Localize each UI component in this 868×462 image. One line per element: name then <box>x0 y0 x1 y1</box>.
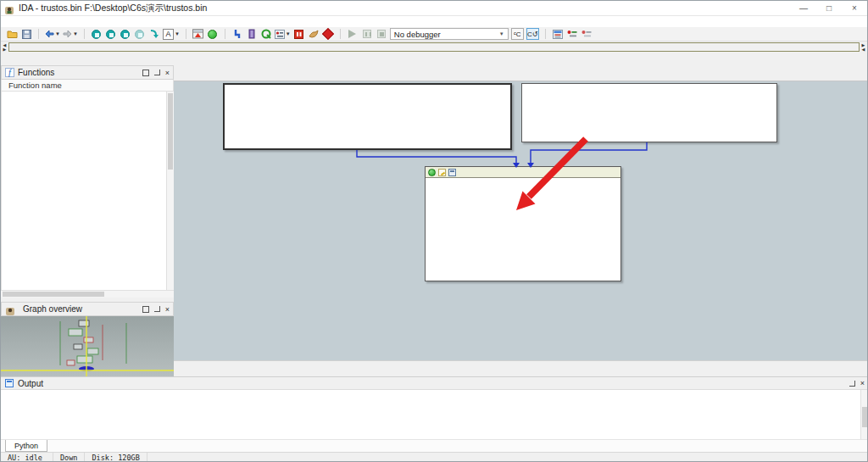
navigation-band-row: ◀▶ ▶◀ <box>1 42 867 53</box>
attach-icon[interactable] <box>308 28 320 40</box>
graph-overview-header: Graph overview × <box>1 302 174 316</box>
suspend-icon[interactable] <box>361 28 373 40</box>
output-window-icon[interactable] <box>552 28 564 40</box>
graph-status-line <box>174 360 868 376</box>
overview-restore-icon[interactable] <box>142 306 149 313</box>
navigation-band[interactable] <box>8 42 860 52</box>
overview-close-icon[interactable]: × <box>165 306 170 313</box>
navigate-back-icon[interactable]: ▼ <box>45 28 60 40</box>
graph-node-loc-9404B5B4[interactable] <box>425 166 621 281</box>
minimize-button[interactable]: — <box>791 1 816 15</box>
function-name-column-header[interactable]: Function name <box>1 80 174 92</box>
hscroll-thumb[interactable] <box>3 292 104 297</box>
app-icon <box>4 3 14 14</box>
status-state: Down <box>53 453 85 462</box>
debugger-select[interactable]: No debugger▼ <box>390 28 509 40</box>
debugger-select-value: No debugger <box>394 30 441 39</box>
function-list-vscrollbar[interactable] <box>166 92 174 290</box>
functions-window-icon[interactable] <box>91 28 103 40</box>
main-area: f Functions × Function name Graph overvi… <box>1 65 868 376</box>
output-title: Output <box>18 379 43 388</box>
menubar <box>1 16 867 27</box>
view-tabbar <box>174 65 868 81</box>
node-color-icon[interactable] <box>428 169 436 176</box>
run-until-return-icon[interactable] <box>260 28 272 40</box>
window-title: IDA - trustos.bin F:\Desktop\C6s演示\trust… <box>19 3 207 14</box>
node-edit-icon[interactable] <box>438 169 446 176</box>
panel-close-icon[interactable]: × <box>165 70 170 76</box>
navband-left-arrows[interactable]: ◀▶ <box>1 42 8 53</box>
save-icon[interactable] <box>20 28 32 40</box>
segments-window-icon[interactable] <box>120 28 131 40</box>
xrefs-to-icon[interactable] <box>566 28 578 40</box>
panel-float-icon[interactable] <box>154 70 160 75</box>
node-frame-icon[interactable] <box>448 169 456 176</box>
statusbar: AU: idle Down Disk: 120GB <box>1 452 867 462</box>
functions-panel-icon: f <box>5 68 14 77</box>
stop-icon[interactable] <box>376 28 387 40</box>
output-log[interactable] <box>1 390 860 439</box>
color-legend <box>1 53 867 65</box>
output-window-title-icon <box>5 379 14 387</box>
output-scroll-thumb[interactable] <box>862 407 868 427</box>
terminate-icon[interactable] <box>322 28 334 40</box>
node-header <box>426 167 620 178</box>
output-float-icon[interactable] <box>849 381 855 387</box>
output-tab-row: Python <box>1 439 868 452</box>
jump-icon[interactable] <box>148 28 160 40</box>
functions-panel-header: f Functions × <box>1 65 174 80</box>
maximize-button[interactable]: □ <box>816 1 842 15</box>
quick-debug-c-icon[interactable]: ᶜC <box>511 28 524 40</box>
tab-python[interactable]: Python <box>5 440 47 452</box>
ida-window: IDA - trustos.bin F:\Desktop\C6s演示\trust… <box>0 0 868 462</box>
start-process-icon[interactable] <box>207 28 219 40</box>
pause-process-icon[interactable] <box>293 28 305 40</box>
output-header: Output × <box>1 376 868 390</box>
step-over-icon[interactable] <box>246 28 258 40</box>
graph-view-icon[interactable] <box>192 28 204 40</box>
breakpoints-window-icon[interactable]: ▼ <box>275 28 291 40</box>
status-disk: Disk: 120GB <box>85 453 147 462</box>
graph-node-loc-9404B59C[interactable] <box>521 83 777 142</box>
left-dock: f Functions × Function name Graph overvi… <box>1 65 174 376</box>
graph-node-loc-9404B710[interactable] <box>223 83 512 150</box>
right-region <box>174 65 868 376</box>
function-list-hscrollbar[interactable] <box>1 290 174 298</box>
toolbar: ▼ ▼ A▼ ▼ No debugger▼ ᶜC C↺ <box>1 27 867 42</box>
output-dock: Output × Python <box>1 376 868 452</box>
run-c-icon[interactable]: C↺ <box>526 28 539 40</box>
overview-float-icon[interactable] <box>154 306 160 312</box>
status-au: AU: idle <box>1 453 53 462</box>
combo-arrow-icon: ▼ <box>499 31 504 36</box>
names-window-icon[interactable] <box>105 28 117 40</box>
close-button[interactable]: × <box>842 1 867 15</box>
panel-restore-icon[interactable] <box>142 70 149 76</box>
graph-overview-icon <box>5 304 15 314</box>
navband-right-arrows[interactable]: ▶◀ <box>860 42 867 53</box>
step-into-icon[interactable] <box>231 28 243 40</box>
titlebar: IDA - trustos.bin F:\Desktop\C6s演示\trust… <box>1 1 867 16</box>
continue-icon[interactable] <box>347 28 359 40</box>
output-close-icon[interactable]: × <box>860 380 865 387</box>
output-vscrollbar[interactable] <box>860 390 868 439</box>
graph-overview-minimap[interactable] <box>1 316 174 376</box>
navigate-forward-icon[interactable]: ▼ <box>63 28 78 40</box>
text-view-icon[interactable]: A▼ <box>163 28 180 40</box>
graph-canvas[interactable] <box>174 81 868 360</box>
graph-overview-title: Graph overview <box>23 304 82 314</box>
function-list <box>1 92 174 290</box>
signatures-window-icon[interactable] <box>134 28 146 40</box>
xrefs-from-icon[interactable] <box>581 28 593 40</box>
open-file-icon[interactable] <box>6 28 18 40</box>
vscroll-thumb[interactable] <box>168 93 173 170</box>
functions-panel-title: Functions <box>18 68 54 77</box>
